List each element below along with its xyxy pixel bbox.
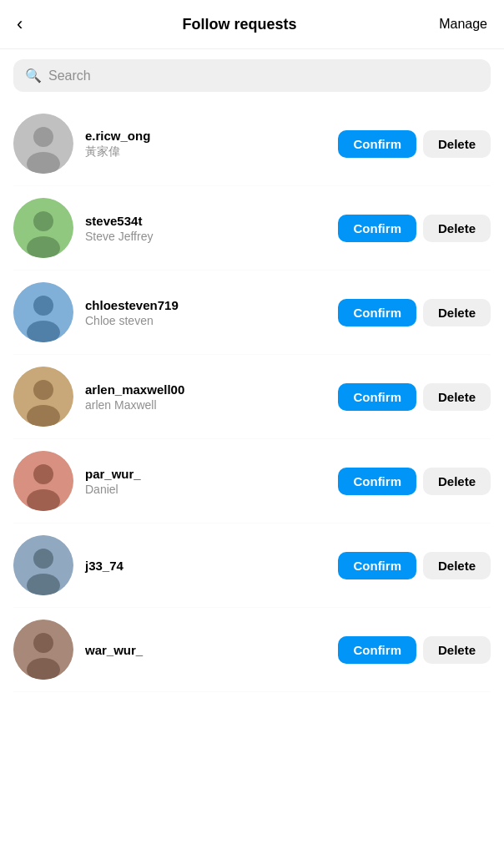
fullname: arlen Maxwell [85,398,326,412]
page-title: Follow requests [182,16,296,33]
manage-button[interactable]: Manage [429,17,487,32]
list-item: chloesteven719Chloe stevenConfirmDelete [13,271,491,355]
action-buttons: ConfirmDelete [338,215,491,242]
delete-button[interactable]: Delete [423,383,491,411]
action-buttons: ConfirmDelete [338,383,491,411]
list-item: par_wur_DanielConfirmDelete [13,439,491,524]
svg-point-16 [33,549,53,569]
user-info: arlen_maxwell00arlen Maxwell [85,382,326,412]
user-info: par_wur_Daniel [85,467,326,496]
confirm-button[interactable]: Confirm [338,636,416,664]
list-item: j33_74ConfirmDelete [13,524,491,608]
action-buttons: ConfirmDelete [338,130,491,158]
action-buttons: ConfirmDelete [338,468,491,495]
confirm-button[interactable]: Confirm [338,552,416,579]
list-item: war_wur_ConfirmDelete [13,608,491,692]
username: chloesteven719 [85,298,326,312]
username: j33_74 [85,559,326,573]
svg-point-10 [33,380,53,400]
user-info: war_wur_ [85,643,326,657]
delete-button[interactable]: Delete [423,552,491,579]
user-list: e.ricw_ong黃家偉ConfirmDelete steve534tStev… [0,102,504,692]
username: war_wur_ [85,643,326,657]
avatar [13,198,73,258]
delete-button[interactable]: Delete [423,299,491,326]
avatar [13,451,73,511]
list-item: steve534tSteve JeffreyConfirmDelete [13,186,491,271]
search-bar[interactable]: 🔍 Search [13,59,491,92]
confirm-button[interactable]: Confirm [338,299,416,326]
avatar [13,535,73,595]
user-info: j33_74 [85,559,326,573]
username: par_wur_ [85,467,326,481]
avatar [13,367,73,427]
user-info: steve534tSteve Jeffrey [85,214,326,243]
fullname: Daniel [85,483,326,496]
svg-point-4 [33,211,53,231]
fullname: 黃家偉 [85,144,326,159]
avatar [13,114,73,174]
user-info: e.ricw_ong黃家偉 [85,129,326,159]
action-buttons: ConfirmDelete [338,552,491,579]
list-item: arlen_maxwell00arlen MaxwellConfirmDelet… [13,355,491,439]
header: ‹ Follow requests Manage [0,0,504,49]
confirm-button[interactable]: Confirm [338,130,416,158]
username: e.ricw_ong [85,129,326,143]
list-item: e.ricw_ong黃家偉ConfirmDelete [13,102,491,186]
svg-point-1 [33,127,53,147]
username: arlen_maxwell00 [85,382,326,397]
username: steve534t [85,214,326,228]
delete-button[interactable]: Delete [423,468,491,495]
confirm-button[interactable]: Confirm [338,215,416,242]
fullname: Chloe steven [85,314,326,327]
svg-point-13 [33,464,53,484]
confirm-button[interactable]: Confirm [338,383,416,411]
delete-button[interactable]: Delete [423,130,491,158]
action-buttons: ConfirmDelete [338,636,491,664]
search-placeholder: Search [48,68,91,83]
avatar [13,282,73,342]
search-icon: 🔍 [25,68,42,83]
svg-point-7 [33,296,53,316]
confirm-button[interactable]: Confirm [338,468,416,495]
svg-point-19 [33,633,53,653]
search-container: 🔍 Search [0,49,504,102]
action-buttons: ConfirmDelete [338,299,491,326]
user-info: chloesteven719Chloe steven [85,298,326,327]
delete-button[interactable]: Delete [423,215,491,242]
delete-button[interactable]: Delete [423,636,491,664]
back-button[interactable]: ‹ [17,13,50,35]
fullname: Steve Jeffrey [85,230,326,243]
avatar [13,620,73,680]
